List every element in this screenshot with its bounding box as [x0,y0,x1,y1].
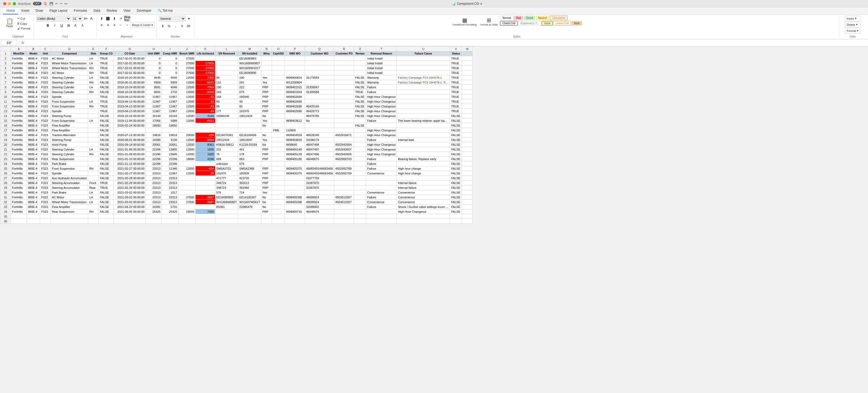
cell-30-col20[interactable]: Convenience [397,190,450,195]
cell-33-col22[interactable] [462,204,473,209]
cell-6-col0[interactable]: FortHills [11,75,27,80]
cell-24-col0[interactable]: FortHills [11,161,27,166]
cell-11-col13[interactable]: PRP [261,99,272,104]
cell-31-col19[interactable]: Failure [366,195,397,200]
format-button[interactable]: Format▾ [845,28,860,33]
cell-29-col1[interactable]: 980E-4 [27,185,40,190]
cell-1-g[interactable]: CO Date [114,51,146,56]
cell-26-col18[interactable] [354,171,366,176]
cell-20-col3[interactable]: Hoist Pump [51,142,88,147]
cell-29-col13[interactable]: PRP [261,185,272,190]
cell-14-col20[interactable] [397,113,450,118]
cell-35-col3[interactable] [51,214,88,219]
cell-10-col10[interactable]: -33 [195,94,215,99]
cell-12-col17[interactable] [334,104,354,109]
row-num-23[interactable]: 23 [0,157,11,161]
cell-10-col9[interactable]: 12000 [178,94,195,99]
cell-13-col9[interactable]: 12000 [178,109,195,113]
row-num-33[interactable]: 33 [0,204,11,209]
cell-7-col2[interactable]: F323 [40,80,51,85]
cell-25-col2[interactable]: F323 [40,166,51,171]
cell-16-col12[interactable] [238,123,261,128]
cell-35-col7[interactable] [146,214,162,219]
cell-30-col18[interactable] [354,190,366,195]
cell-20-col4[interactable] [88,142,99,147]
cell-8-col4[interactable]: LH [88,85,99,90]
cell-9-col19[interactable]: Failure [366,90,397,94]
cell-4-col17[interactable] [334,66,354,70]
cell-35-col14[interactable] [272,214,285,219]
cell-25-col6[interactable]: 2021-02-27 00:00:00 [114,166,146,171]
cell-20-col5[interactable]: FALSE [99,142,114,147]
cell-24-col20[interactable] [397,161,450,166]
cell-22-col6[interactable]: 2021-01-08 00:00:00 [114,152,146,157]
cell-10-col3[interactable]: Spindle [51,94,88,99]
cell-19-col9[interactable]: 12000 [178,137,195,142]
cell-10-col21[interactable]: TRUE [450,94,462,99]
cell-31-col14[interactable] [272,195,285,200]
cell-3-col4[interactable]: LH [88,61,99,66]
cell-20-col16[interactable]: 46647498 [305,142,334,147]
cell-29-col12[interactable]: 391960 [238,185,261,190]
cell-24-col18[interactable] [354,161,366,166]
cell-23-col2[interactable]: F323 [40,157,51,161]
cell-17-col17[interactable] [334,128,354,133]
row-num-9[interactable]: 9 [0,90,11,94]
style-good[interactable]: Good [524,16,535,20]
cell-2-col15[interactable] [285,56,305,61]
cell-36-col2[interactable] [40,219,51,224]
cell-36-col13[interactable] [261,219,272,224]
cell-29-col11[interactable]: 348723 [215,185,238,190]
cell-27-col11[interactable]: 471777 [215,176,238,181]
cell-34-col7[interactable]: 25425 [146,209,162,214]
cell-18-col12[interactable]: EE16100006 [238,133,261,137]
cell-23-col6[interactable]: 2021-01-10 00:00:00 [114,157,146,161]
cell-7-col22[interactable] [462,80,473,85]
cell-27-col2[interactable]: F323 [40,176,51,181]
cell-22-col19[interactable]: High Hour Changeout [366,152,397,157]
cell-4-col4[interactable]: RH [88,66,99,70]
cell-13-col7[interactable]: 11967 [146,109,162,113]
cell-3-col5[interactable]: TRUE [99,61,114,66]
cell-2-col11[interactable] [215,56,238,61]
row-num-21[interactable]: 21 [0,147,11,152]
cell-19-col4[interactable] [88,137,99,142]
row-num-17[interactable]: 17 [0,128,11,133]
cell-21-col11[interactable]: 222 [215,147,238,152]
col-header-j[interactable]: J [178,46,195,51]
format-as-table-button[interactable]: ⊞ Format as Table [479,16,499,27]
cell-8-col13[interactable]: PRP [261,85,272,90]
cell-4-col22[interactable] [462,66,473,70]
cell-7-col17[interactable] [334,80,354,85]
cell-27-col3[interactable]: Aux Hydraulic Accumulator [51,176,88,181]
cell-18-col16[interactable]: 46628246 [305,133,334,137]
cell-12-col15[interactable]: W08402690 [285,104,305,109]
cell-10-col1[interactable]: 980E-4 [27,94,40,99]
cell-28-col14[interactable] [272,181,285,185]
row-num-11[interactable]: 11 [0,99,11,104]
cell-7-col8[interactable]: 5959 [162,80,178,85]
font-color-button[interactable]: A [80,23,85,28]
cell-24-col22[interactable] [462,161,473,166]
cell-6-col16[interactable]: 31179559 [305,75,334,80]
cell-5-col17[interactable] [334,70,354,75]
cell-34-col20[interactable]: High Hour Changeout [397,209,450,214]
cell-23-col17[interactable]: 4502900703 [334,157,354,161]
cell-11-col15[interactable]: W08402689 [285,99,305,104]
cell-21-col2[interactable]: F323 [40,147,51,152]
cell-16-col14[interactable] [272,123,285,128]
angle-text-button[interactable]: ↗ [118,16,124,22]
cell-12-col9[interactable]: 12000 [178,104,195,109]
row-num-36[interactable]: 36 [0,219,11,224]
underline-button[interactable]: U [59,23,65,28]
cell-24-col14[interactable] [272,161,285,166]
cell-14-col15[interactable] [285,113,305,118]
cell-8-col17[interactable] [334,85,354,90]
cell-35-col5[interactable] [99,214,114,219]
cell-3-col12[interactable]: WX1608W085T [238,61,261,66]
cell-29-col8[interactable]: 23313 [162,185,178,190]
col-header-v[interactable]: V [450,46,462,51]
cell-4-col2[interactable]: F323 [40,66,51,70]
cell-36-col11[interactable] [215,219,238,224]
cell-5-col9[interactable]: 27000 [178,70,195,75]
